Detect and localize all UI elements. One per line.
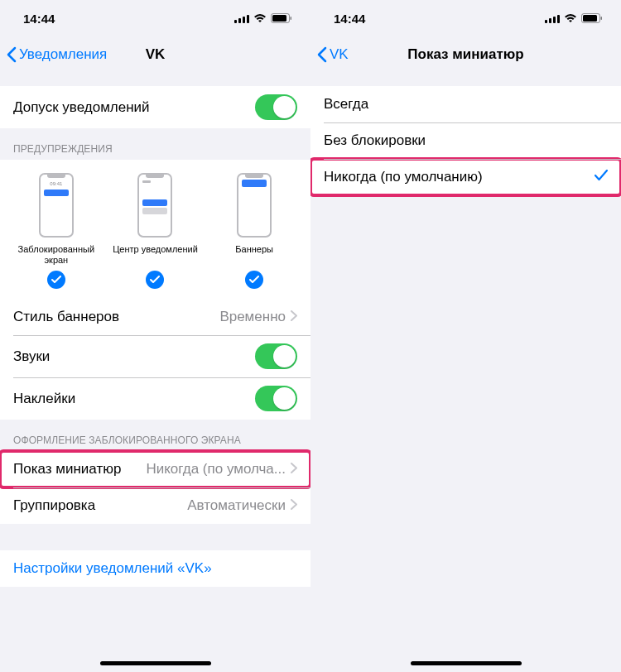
svg-rect-1 <box>238 18 241 23</box>
center-preview-icon <box>137 173 172 238</box>
option-unlocked-label: Без блокировки <box>324 132 426 149</box>
grouping-label: Группировка <box>13 497 95 514</box>
previews-label: Показ миниатюр <box>13 461 121 478</box>
option-when-unlocked[interactable]: Без блокировки <box>310 122 621 159</box>
svg-rect-12 <box>583 15 597 22</box>
stickers-label: Наклейки <box>13 391 75 407</box>
svg-rect-6 <box>291 17 292 20</box>
previews-value: Никогда (по умолча... <box>128 461 286 478</box>
screen-vk-notifications: 14:44 Уведомления VK Допуск уведомлений … <box>0 0 310 672</box>
checkmark-icon <box>595 169 608 185</box>
alert-styles: 09:41 Заблокированный экран Центр уведом… <box>0 160 310 299</box>
alert-notification-center[interactable]: Центр уведомлений <box>106 173 204 289</box>
home-indicator[interactable] <box>100 661 211 665</box>
back-button[interactable]: VK <box>317 46 349 63</box>
app-settings-group: Настройки уведомлений «VK» <box>0 550 310 587</box>
allow-toggle[interactable] <box>255 94 297 120</box>
alert-center-label: Центр уведомлений <box>113 244 198 266</box>
back-button[interactable]: Уведомления <box>7 46 107 63</box>
option-never[interactable]: Никогда (по умолчанию) <box>310 159 621 195</box>
stickers-row[interactable]: Наклейки <box>0 377 310 420</box>
status-time: 14:44 <box>23 12 55 26</box>
alert-lockscreen[interactable]: 09:41 Заблокированный экран <box>7 173 105 289</box>
sounds-toggle[interactable] <box>255 343 297 369</box>
svg-rect-2 <box>243 17 245 23</box>
sounds-label: Звуки <box>13 348 50 365</box>
svg-rect-10 <box>557 15 560 23</box>
lockscreen-preview-icon: 09:41 <box>39 173 74 238</box>
svg-rect-13 <box>601 17 603 20</box>
svg-rect-0 <box>234 20 237 23</box>
grouping-value: Автоматически <box>102 497 286 514</box>
allow-label: Допуск уведомлений <box>13 99 150 116</box>
chevron-left-icon <box>7 46 17 63</box>
svg-rect-9 <box>553 17 556 23</box>
alert-center-check[interactable] <box>146 271 164 289</box>
alert-banner-label: Баннеры <box>235 244 273 266</box>
nav-title: Показ миниатюр <box>310 46 621 63</box>
svg-rect-8 <box>549 18 551 23</box>
svg-rect-7 <box>545 20 547 23</box>
wifi-icon <box>564 13 577 23</box>
alert-banners[interactable]: Баннеры <box>205 173 303 289</box>
cellular-icon <box>234 14 249 23</box>
chevron-left-icon <box>317 46 327 63</box>
show-previews-row[interactable]: Показ миниатюр Никогда (по умолча... <box>0 451 310 487</box>
banner-preview-icon <box>237 173 272 238</box>
option-always-label: Всегда <box>324 96 368 113</box>
svg-rect-5 <box>272 15 286 22</box>
lockscreen-group: Показ миниатюр Никогда (по умолча... Гру… <box>0 451 310 524</box>
chevron-right-icon <box>291 497 297 514</box>
alerts-group: 09:41 Заблокированный экран Центр уведом… <box>0 160 310 420</box>
chevron-right-icon <box>291 309 297 325</box>
grouping-row[interactable]: Группировка Автоматически <box>0 487 310 524</box>
nav-bar: Уведомления VK <box>0 36 310 73</box>
wifi-icon <box>253 13 267 23</box>
stickers-toggle[interactable] <box>255 386 297 411</box>
chevron-right-icon <box>291 461 297 478</box>
status-bar: 14:44 <box>310 0 621 36</box>
battery-icon <box>271 13 292 23</box>
alert-lock-check[interactable] <box>47 271 65 289</box>
battery-icon <box>581 13 603 23</box>
status-right <box>545 13 603 23</box>
option-always[interactable]: Всегда <box>310 86 621 122</box>
allow-group: Допуск уведомлений <box>0 86 310 128</box>
svg-rect-3 <box>247 15 249 23</box>
allow-notifications-row[interactable]: Допуск уведомлений <box>0 86 310 128</box>
option-never-label: Никогда (по умолчанию) <box>324 169 483 185</box>
preview-options-group: Всегда Без блокировки Никогда (по умолча… <box>310 86 621 195</box>
status-right <box>234 13 292 23</box>
back-label: VK <box>330 46 349 63</box>
home-indicator[interactable] <box>411 661 522 665</box>
sounds-row[interactable]: Звуки <box>0 335 310 377</box>
banner-style-row[interactable]: Стиль баннеров Временно <box>0 299 310 335</box>
alert-banner-check[interactable] <box>245 271 263 289</box>
status-bar: 14:44 <box>0 0 310 36</box>
banner-style-label: Стиль баннеров <box>13 309 119 325</box>
app-notification-settings-row[interactable]: Настройки уведомлений «VK» <box>0 550 310 587</box>
lockscreen-header: ОФОРМЛЕНИЕ ЗАБЛОКИРОВАННОГО ЭКРАНА <box>0 420 310 451</box>
back-label: Уведомления <box>19 46 107 63</box>
nav-bar: VK Показ миниатюр <box>310 36 621 73</box>
screen-show-previews: 14:44 VK Показ миниатюр Всегда Без блоки… <box>310 0 621 672</box>
app-settings-label: Настройки уведомлений «VK» <box>13 560 212 577</box>
banner-style-value: Временно <box>126 309 286 325</box>
cellular-icon <box>545 14 560 23</box>
alert-lock-label: Заблокированный экран <box>7 244 105 266</box>
alerts-header: ПРЕДУПРЕЖДЕНИЯ <box>0 128 310 160</box>
status-time: 14:44 <box>334 12 365 26</box>
